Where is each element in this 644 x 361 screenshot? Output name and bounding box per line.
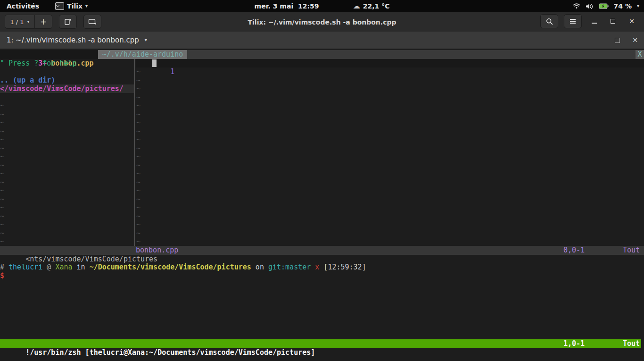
tilde-line: ~: [0, 110, 134, 118]
tilde-line: ~: [136, 229, 644, 237]
shell-prompt-line: # thelucri @ Xana in ~/Documents/vimscod…: [0, 263, 366, 272]
tilde-line: ~: [136, 203, 644, 212]
prompt-git-branch: git:master: [268, 263, 311, 271]
prompt-timestamp: [12:59:32]: [323, 263, 366, 271]
tilde-line: ~: [136, 161, 644, 169]
chevron-down-icon: ▾: [85, 4, 88, 8]
clock[interactable]: mer. 3 mai 12:59: [255, 2, 319, 10]
top-bar-left: Activités Tilix ▾: [0, 2, 88, 10]
app-menu-label: Tilix: [67, 2, 83, 10]
maximize-terminal-button[interactable]: [615, 38, 620, 43]
chevron-down-icon: ▾: [637, 4, 639, 8]
tilde-line: ~: [0, 195, 134, 203]
restore-icon: [611, 19, 615, 24]
tilde-line: ~: [136, 212, 644, 220]
tilde-line: ~: [136, 195, 644, 203]
statusline-ruler: 0,0-1: [563, 246, 585, 255]
tilde-line: ~: [0, 144, 134, 152]
headerbar-right-controls: ✕: [540, 15, 638, 28]
nerdtree-root[interactable]: </vimscode/VimsCode/pictures/: [0, 84, 134, 93]
statusline-scroll-position: Tout: [623, 246, 640, 255]
vim-buffer-pane[interactable]: 1 ~~~~~~~~~~~~~~~~~~~~~: [136, 59, 644, 246]
split-down-icon: [88, 18, 97, 25]
terminal[interactable]: 3+bonbon.cpp ~/.v/h/aide-arduino X " Pre…: [0, 49, 644, 361]
blank-line: [0, 67, 134, 76]
tilde-line: ~: [136, 237, 644, 246]
nerdtree-help-line: " Press ? for help: [0, 59, 134, 67]
tilde-line: ~: [136, 101, 644, 110]
search-button[interactable]: [540, 14, 558, 28]
terminal-statusline-ruler: 1,0-1: [563, 339, 585, 348]
nerdtree-pane[interactable]: " Press ? for help .. (up a dir) </vimsc…: [0, 59, 134, 246]
terminal-buffer-statusline: !/usr/bin/zsh [thelucri@Xana:~/Documents…: [0, 339, 641, 348]
line-number: 1: [170, 67, 174, 76]
tilde-line: ~: [136, 118, 644, 127]
prompt-username: thelucri: [8, 263, 42, 271]
tilde-line: ~: [136, 178, 644, 186]
split-terminal-down-button[interactable]: [83, 15, 101, 29]
buffer-line-1: 1: [136, 59, 644, 67]
session-counter: 1 / 1: [10, 18, 24, 25]
activities-button[interactable]: Activités: [7, 2, 39, 10]
restore-button[interactable]: [606, 15, 619, 28]
tilde-line: ~: [0, 186, 134, 195]
tilde-line: ~: [136, 76, 644, 84]
vim-tab-inactive[interactable]: ~/.v/h/aide-arduino: [98, 50, 188, 59]
vim-tabline: 3+bonbon.cpp ~/.v/h/aide-arduino X: [0, 50, 644, 59]
statusline-path: <nts/vimscode/VimsCode/pictures: [25, 255, 157, 263]
terminal-statusline-scroll: Tout: [623, 339, 640, 348]
vim-window-separator[interactable]: [134, 59, 135, 246]
session-button-group: 1 / 1 ▾ +: [5, 15, 52, 29]
terminal-title-buttons: ✕: [615, 32, 638, 49]
tilde-line: ~: [136, 144, 644, 152]
new-session-button[interactable]: +: [35, 15, 52, 29]
chevron-down-icon: ▾: [145, 38, 147, 42]
prompt-at: @: [47, 263, 51, 271]
tilde-line: ~: [0, 152, 134, 161]
wifi-icon: [573, 3, 580, 9]
close-window-button[interactable]: ✕: [625, 15, 638, 28]
tilde-line: ~: [136, 67, 644, 76]
battery-charging-icon: [599, 3, 609, 9]
terminal-statusline-text: !/usr/bin/zsh [thelucri@Xana:~/Documents…: [25, 348, 315, 357]
tilde-line: ~: [0, 118, 134, 127]
vim-tabline-fill: [187, 50, 636, 59]
gnome-top-bar: Activités Tilix ▾ mer. 3 mai 12:59 ☁! 22…: [0, 0, 644, 12]
app-menu[interactable]: Tilix ▾: [55, 2, 88, 10]
close-icon: ✕: [629, 18, 635, 25]
minimize-icon: [592, 23, 597, 24]
nerdtree-up-dir[interactable]: .. (up a dir): [0, 76, 134, 84]
tilde-line: ~: [0, 169, 134, 178]
tilde-line: ~: [0, 127, 134, 135]
battery-percentage: 74 %: [614, 2, 632, 10]
tilde-line: ~: [0, 178, 134, 186]
vim-tabline-close-button[interactable]: X: [636, 50, 644, 59]
split-terminal-right-button[interactable]: [59, 15, 77, 29]
prompt-hash: #: [0, 263, 4, 271]
vim-tab-active[interactable]: 3+bonbon.cpp: [0, 50, 98, 59]
temperature-label: 22,1 °C: [363, 2, 390, 10]
tilix-headerbar: 1 / 1 ▾ + Tilix: ~/.vim/vimscode.sh -a b…: [0, 12, 644, 32]
tilde-line: ~: [136, 152, 644, 161]
tilde-line: ~: [136, 84, 644, 93]
minimize-button[interactable]: [587, 15, 601, 28]
volume-icon: [586, 3, 594, 9]
prompt-in-word: in: [77, 263, 85, 271]
close-terminal-button[interactable]: ✕: [632, 37, 638, 43]
system-status-area[interactable]: 74 % ▾: [573, 2, 644, 10]
screen: Activités Tilix ▾ mer. 3 mai 12:59 ☁! 22…: [0, 0, 644, 361]
terminal-title-dropdown[interactable]: 1: ~/.vim/vimscode.sh -a bonbon.cpp ▾: [7, 32, 147, 49]
tilix-app-icon: [55, 2, 64, 10]
tilde-line: ~: [136, 186, 644, 195]
terminal-title-label: 1: ~/.vim/vimscode.sh -a bonbon.cpp: [7, 36, 139, 44]
session-switcher-button[interactable]: 1 / 1 ▾: [5, 15, 35, 29]
prompt-hostname: Xana: [55, 263, 72, 271]
prompt-on-word: on: [256, 263, 264, 271]
menu-button[interactable]: [564, 14, 582, 28]
tilde-line: ~: [136, 127, 644, 135]
tilde-line: ~: [0, 229, 134, 237]
prompt-cwd: ~/Documents/vimscode/VimsCode/pictures: [90, 263, 251, 271]
prompt-git-dirty-marker: x: [315, 263, 319, 271]
statusline-filename: bonbon.cpp: [136, 246, 178, 255]
tilde-line: ~: [0, 220, 134, 229]
